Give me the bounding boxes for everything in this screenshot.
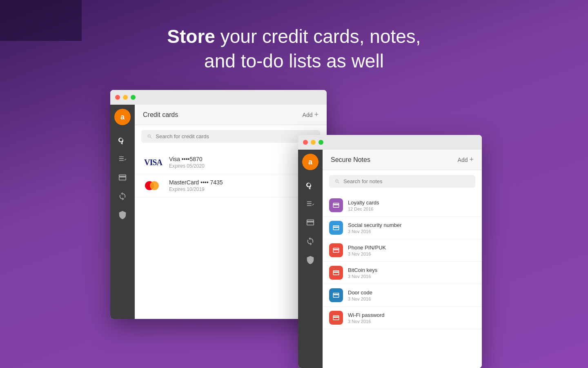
note-icon-wifi xyxy=(329,311,343,325)
notes-avast-logo: a xyxy=(302,154,318,170)
note-item-ssn[interactable]: Social security number 3 Nov 2016 xyxy=(323,217,482,239)
card-icon xyxy=(118,173,127,182)
note-date-loyalty: 12 Dec 2016 xyxy=(348,206,379,211)
sidebar-icon-notes[interactable] xyxy=(116,152,129,165)
mastercard-logo xyxy=(143,179,163,192)
note-icon-door xyxy=(329,288,343,302)
note-date-bitcoin: 3 Nov 2016 xyxy=(348,274,377,279)
sidebar-icon-key[interactable] xyxy=(116,133,129,146)
notes-sidebar-icon-notes[interactable] xyxy=(304,197,317,210)
visa-logo: VISA xyxy=(143,156,163,169)
notes-title: Secure Notes xyxy=(331,156,370,164)
note-item-wifi[interactable]: Wi-Fi password 3 Nov 2016 xyxy=(323,307,482,329)
notes-list: Loyalty cards 12 Dec 2016 Social securit… xyxy=(323,193,482,368)
creditcards-search[interactable] xyxy=(141,130,320,143)
tl-green[interactable] xyxy=(131,95,136,100)
creditcards-sidebar: a xyxy=(110,105,135,319)
notes-search-icon xyxy=(335,179,340,184)
creditcards-title: Credit cards xyxy=(143,111,178,119)
visa-card-expiry: Expires 05/2020 xyxy=(169,163,205,169)
search-icon xyxy=(147,134,152,139)
creditcards-window: a xyxy=(110,90,327,319)
notes-search-input[interactable] xyxy=(343,178,470,184)
notes-search[interactable] xyxy=(329,175,475,188)
note-icon-bitcoin xyxy=(329,266,343,280)
headline-bold: Store xyxy=(167,26,215,47)
notes-sidebar-icon-refresh[interactable] xyxy=(304,235,317,248)
note-icon-loyalty xyxy=(329,198,343,212)
sidebar-icon-refresh[interactable] xyxy=(116,190,129,203)
creditcards-add-button[interactable]: Add + xyxy=(303,110,318,119)
creditcards-search-input[interactable] xyxy=(156,133,314,139)
note-item-door[interactable]: Door code 3 Nov 2016 xyxy=(323,284,482,307)
refresh-icon xyxy=(118,192,127,201)
note-date-pin: 3 Nov 2016 xyxy=(348,251,386,256)
shield-icon xyxy=(118,211,127,220)
avast-logo: a xyxy=(114,109,131,125)
note-name-loyalty: Loyalty cards xyxy=(348,200,379,206)
notes-tl-yellow[interactable] xyxy=(311,140,316,145)
note-item-loyalty[interactable]: Loyalty cards 12 Dec 2016 xyxy=(323,194,482,217)
notes-card-icon xyxy=(306,218,315,227)
visa-card-name: Visa ••••5870 xyxy=(169,156,205,162)
notes-window: a xyxy=(298,135,482,368)
notes-refresh-icon xyxy=(306,237,315,246)
mastercard-expiry: Expires 10/2019 xyxy=(169,186,223,192)
note-item-pin[interactable]: Phone PIN/PUK 3 Nov 2016 xyxy=(323,239,482,262)
notes-sidebar: a xyxy=(298,150,323,368)
notes-header: Secure Notes Add + xyxy=(323,150,482,170)
note-icon-ssn xyxy=(329,221,343,235)
note-date-wifi: 3 Nov 2016 xyxy=(348,319,385,324)
headline-line2: and to-do lists as well xyxy=(204,50,384,72)
note-name-ssn: Social security number xyxy=(348,222,402,228)
tl-red[interactable] xyxy=(115,95,120,100)
tl-yellow[interactable] xyxy=(123,95,128,100)
notes-key-icon xyxy=(306,180,315,189)
note-name-door: Door code xyxy=(348,289,372,296)
windows-container: a xyxy=(110,90,478,356)
notes-icon xyxy=(118,154,127,163)
note-name-bitcoin: BitCoin keys xyxy=(348,267,377,273)
note-date-ssn: 3 Nov 2016 xyxy=(348,229,402,234)
sidebar-icon-shield[interactable] xyxy=(116,209,129,222)
headline-rest: your credit cards, notes, xyxy=(215,26,421,47)
notes-content: Secure Notes Add + xyxy=(323,150,482,368)
notes-titlebar xyxy=(298,135,482,150)
notes-tl-red[interactable] xyxy=(303,140,308,145)
creditcards-header: Credit cards Add + xyxy=(135,105,327,125)
notes-add-button[interactable]: Add + xyxy=(458,155,474,164)
key-icon xyxy=(118,135,127,144)
notes-tl-green[interactable] xyxy=(318,140,323,145)
headline: Store your credit cards, notes, and to-d… xyxy=(0,25,588,74)
header: Store your credit cards, notes, and to-d… xyxy=(0,25,588,74)
note-name-pin: Phone PIN/PUK xyxy=(348,245,386,251)
note-date-door: 3 Nov 2016 xyxy=(348,296,372,301)
notes-sidebar-icon-shield[interactable] xyxy=(304,254,317,267)
note-icon-pin xyxy=(329,243,343,257)
mastercard-name: MasterCard •••• 7435 xyxy=(169,179,223,186)
notes-sidebar-icon-card[interactable] xyxy=(304,216,317,229)
notes-sidebar-icon-key[interactable] xyxy=(304,178,317,191)
mastercard-logo-circles xyxy=(145,180,161,191)
creditcards-titlebar xyxy=(110,90,327,105)
notes-shield-icon xyxy=(306,256,315,265)
notes-notes-icon xyxy=(306,199,315,208)
note-item-bitcoin[interactable]: BitCoin keys 3 Nov 2016 xyxy=(323,262,482,284)
note-name-wifi: Wi-Fi password xyxy=(348,312,385,318)
sidebar-icon-card[interactable] xyxy=(116,171,129,184)
